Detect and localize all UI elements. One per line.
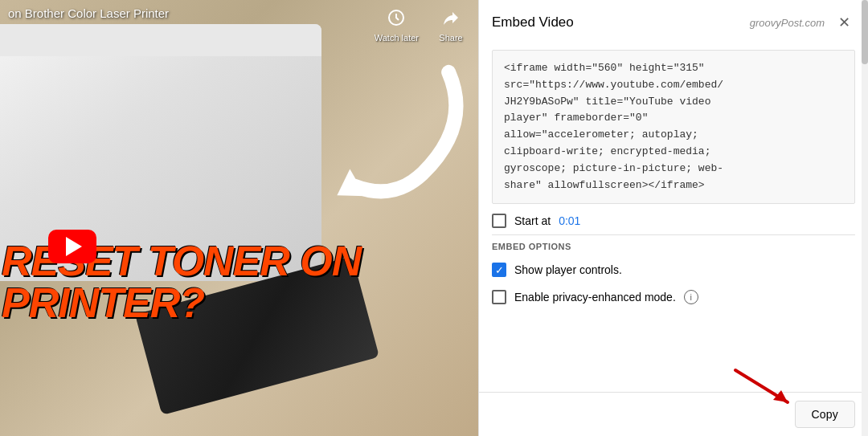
watch-later-icon [383, 5, 409, 31]
start-at-label: Start at [514, 214, 551, 227]
option-row-1: ✓ Show player controls. [492, 256, 855, 283]
printer-top [0, 24, 321, 56]
option-row-2: Enable privacy-enhanced mode. i [492, 283, 855, 311]
start-at-checkbox[interactable] [492, 214, 506, 228]
groovy-branding: groovyPost.com [750, 17, 825, 29]
scrollbar-thumb[interactable] [862, 0, 868, 64]
red-arrow-indicator [731, 366, 804, 414]
embed-panel: Embed Video groovyPost.com ✕ <iframe wid… [478, 0, 868, 436]
watch-later-button[interactable]: Watch later [368, 0, 425, 47]
curved-arrow [321, 39, 475, 219]
embed-title: Embed Video [492, 14, 574, 31]
privacy-mode-checkbox[interactable] [492, 290, 506, 304]
start-at-time[interactable]: 0:01 [559, 214, 580, 227]
video-actions: Watch later Share [368, 0, 470, 47]
scrollbar-track[interactable] [862, 0, 868, 436]
share-label: Share [439, 33, 462, 43]
info-icon[interactable]: i [684, 290, 698, 304]
embed-scroll-area[interactable]: <iframe width="560" height="315" src="ht… [479, 42, 868, 392]
embed-header: Embed Video groovyPost.com ✕ [479, 0, 868, 42]
share-icon [438, 5, 464, 31]
close-button[interactable]: ✕ [833, 11, 855, 34]
embed-header-right: groovyPost.com ✕ [750, 11, 855, 34]
show-controls-label: Show player controls. [514, 263, 622, 276]
toner-text-line2: PRINTER? [0, 282, 361, 324]
embed-code-block[interactable]: <iframe width="560" height="315" src="ht… [492, 50, 855, 204]
show-controls-checkbox[interactable]: ✓ [492, 263, 506, 277]
embed-options-label: EMBED OPTIONS [492, 235, 855, 256]
video-panel: on Brother Color Laser Printer Watch lat… [0, 0, 478, 436]
start-at-row: Start at 0:01 [492, 204, 855, 234]
watch-later-label: Watch later [375, 33, 419, 43]
video-title: on Brother Color Laser Printer [8, 6, 169, 20]
youtube-play-button[interactable] [48, 230, 96, 263]
embed-footer: Copy [479, 393, 868, 436]
privacy-mode-label: Enable privacy-enhanced mode. [514, 291, 676, 304]
share-button[interactable]: Share [432, 0, 470, 47]
